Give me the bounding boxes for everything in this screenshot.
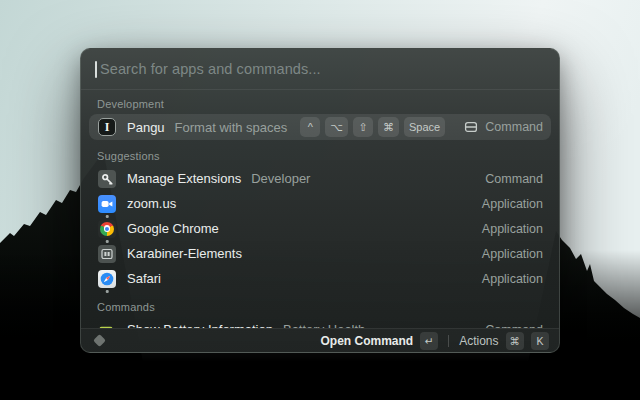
pangu-icon: I [98, 118, 116, 136]
shortcut-keys: ^ ⌥ ⇧ ⌘ Space [300, 117, 445, 137]
item-title: Google Chrome [127, 221, 219, 236]
item-type: Command [485, 172, 543, 186]
actions-label: Actions [459, 334, 498, 348]
raycast-logo-icon [93, 334, 106, 347]
item-type: Application [482, 247, 543, 261]
actions-button[interactable]: Actions ⌘ K [459, 332, 549, 350]
control-keycap: ^ [300, 117, 320, 137]
section-header-commands: Commands [89, 296, 551, 317]
item-type: Application [482, 197, 543, 211]
extension-key-icon [98, 170, 116, 188]
search-placeholder: Search for apps and commands... [100, 61, 321, 77]
item-subtitle: Developer [251, 171, 310, 186]
item-title: Pangu [127, 120, 165, 135]
k-keycap: K [531, 332, 549, 350]
list-item-manage-extensions[interactable]: Manage Extensions Developer Command [89, 166, 551, 191]
running-indicator [106, 240, 109, 243]
text-caret [95, 61, 97, 78]
item-type: Command [485, 120, 543, 134]
item-title: Manage Extensions [127, 171, 241, 186]
running-indicator [106, 290, 109, 293]
list-item-google-chrome[interactable]: Google Chrome Application [89, 216, 551, 241]
command-window-icon [464, 120, 478, 134]
return-keycap: ↵ [420, 332, 438, 350]
search-input[interactable]: Search for apps and commands... [81, 49, 559, 89]
footer-bar: Open Command ↵ Actions ⌘ K [81, 328, 559, 352]
safari-app-icon [98, 270, 116, 288]
open-command-button[interactable]: Open Command ↵ [320, 332, 438, 350]
space-keycap: Space [404, 117, 445, 137]
command-keycap: ⌘ [378, 117, 399, 137]
section-header-development: Development [89, 93, 551, 114]
list-item-pangu[interactable]: I Pangu Format with spaces ^ ⌥ ⇧ ⌘ Space… [89, 114, 551, 140]
item-type: Application [482, 222, 543, 236]
running-indicator [106, 215, 109, 218]
karabiner-app-icon [98, 245, 116, 263]
footer-separator [448, 335, 449, 347]
item-title: Safari [127, 271, 161, 286]
item-type: Application [482, 272, 543, 286]
results-list: Development I Pangu Format with spaces ^… [81, 90, 559, 328]
item-subtitle: Format with spaces [175, 120, 288, 135]
desktop: Search for apps and commands... Developm… [0, 0, 640, 400]
section-header-suggestions: Suggestions [89, 145, 551, 166]
list-item-safari[interactable]: Safari Application [89, 266, 551, 291]
open-command-label: Open Command [320, 334, 413, 348]
chrome-app-icon [98, 220, 116, 238]
list-item-zoom[interactable]: zoom.us Application [89, 191, 551, 216]
zoom-app-icon [98, 195, 116, 213]
raycast-launcher-window: Search for apps and commands... Developm… [80, 48, 560, 353]
list-item-karabiner-elements[interactable]: Karabiner-Elements Application [89, 241, 551, 266]
option-keycap: ⌥ [325, 117, 348, 137]
item-title: Karabiner-Elements [127, 246, 242, 261]
item-title: zoom.us [127, 196, 176, 211]
battery-icon [98, 321, 116, 329]
list-item-show-battery-information[interactable]: Show Battery Information Battery Health … [89, 317, 551, 328]
command-keycap: ⌘ [506, 332, 525, 350]
shift-keycap: ⇧ [353, 117, 373, 137]
